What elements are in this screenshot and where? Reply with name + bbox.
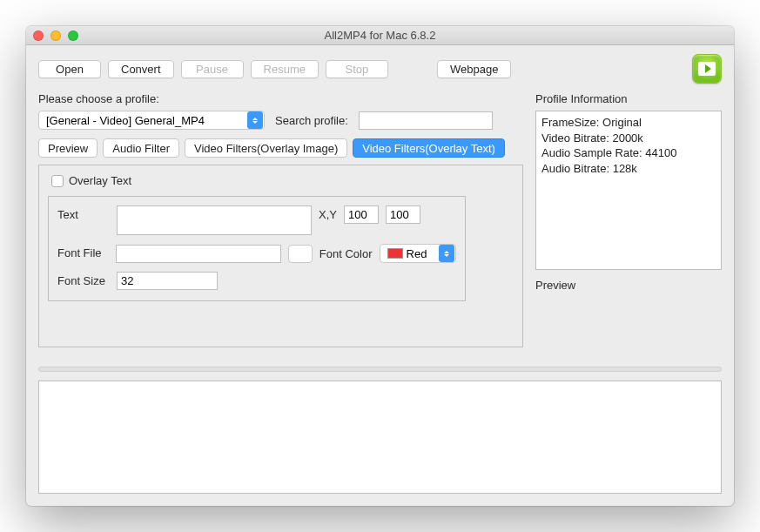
open-button[interactable]: Open [38, 60, 101, 78]
text-label: Text [57, 205, 110, 221]
preview-label: Preview [535, 279, 722, 292]
font-color-select[interactable]: Red [380, 244, 456, 263]
search-profile-input[interactable] [359, 111, 493, 130]
font-size-input[interactable] [117, 272, 218, 290]
tab-preview[interactable]: Preview [38, 138, 98, 158]
window-controls [33, 30, 78, 41]
choose-profile-label: Please choose a profile: [38, 92, 523, 105]
x-input[interactable] [344, 205, 379, 224]
tab-video-overlay-image[interactable]: Video Filters(Overlay Image) [185, 138, 347, 158]
y-input[interactable] [386, 205, 420, 224]
overlay-text-checkbox-label: Overlay Text [69, 174, 131, 187]
pause-button[interactable]: Pause [181, 60, 244, 78]
profile-select-value: [General - Video] General_MP4 [46, 114, 246, 127]
zoom-icon[interactable] [68, 30, 78, 41]
profile-info-box: FrameSize: Original Video Bitrate: 2000k… [535, 111, 722, 270]
profile-info-heading: Profile Information [535, 92, 722, 105]
overlay-text-checkbox[interactable] [51, 175, 64, 187]
font-color-label: Font Color [319, 247, 373, 260]
font-size-label: Font Size [57, 274, 110, 287]
search-profile-label: Search profile: [275, 114, 348, 127]
profile-info-video-bitrate: Video Bitrate: 2000k [541, 131, 716, 146]
tab-video-overlay-text[interactable]: Video Filters(Overlay Text) [353, 138, 505, 158]
minimize-icon[interactable] [50, 30, 61, 41]
tab-audio-filter[interactable]: Audio Filter [103, 138, 179, 158]
overlay-text-form: Text X,Y Font File Font Color [48, 196, 466, 301]
profile-info-audio-sample-rate: Audio Sample Rate: 44100 [541, 145, 716, 161]
font-file-browse-button[interactable] [288, 245, 313, 263]
profile-info-audio-bitrate: Audio Bitrate: 128k [541, 161, 716, 177]
color-swatch-icon [387, 248, 403, 259]
font-file-label: Font File [57, 247, 109, 259]
overlay-text-input[interactable] [117, 205, 312, 235]
play-icon [698, 62, 716, 76]
convert-button[interactable]: Convert [108, 60, 174, 78]
progress-bar [38, 367, 722, 372]
resume-button[interactable]: Resume [251, 60, 319, 78]
app-window: All2MP4 for Mac 6.8.2 Open Convert Pause… [26, 26, 734, 506]
profile-select[interactable]: [General - Video] General_MP4 [38, 111, 265, 130]
font-color-value: Red [407, 247, 438, 260]
content-area: Open Convert Pause Resume Stop Webpage P… [26, 45, 734, 506]
app-logo-icon [692, 54, 722, 84]
font-file-input[interactable] [116, 245, 281, 263]
profile-info-framesize: FrameSize: Original [541, 115, 716, 131]
xy-label: X,Y [319, 205, 337, 221]
window-title: All2MP4 for Mac 6.8.2 [26, 29, 734, 42]
chevron-updown-icon [439, 245, 454, 262]
chevron-updown-icon [247, 111, 263, 129]
webpage-button[interactable]: Webpage [437, 60, 511, 78]
tabs: Preview Audio Filter Video Filters(Overl… [38, 138, 523, 158]
overlay-text-panel: Overlay Text Text X,Y Font File [38, 165, 523, 347]
titlebar: All2MP4 for Mac 6.8.2 [26, 26, 734, 45]
stop-button[interactable]: Stop [326, 60, 388, 78]
log-output [38, 380, 722, 494]
close-icon[interactable] [33, 30, 44, 41]
toolbar: Open Convert Pause Resume Stop Webpage [38, 54, 722, 84]
